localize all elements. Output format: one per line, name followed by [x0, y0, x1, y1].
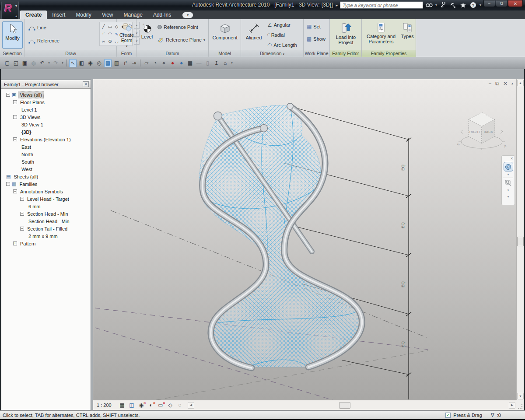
qat-dimension-icon[interactable]: — — [195, 59, 203, 67]
draw-option-line[interactable]: Line — [28, 24, 46, 31]
expander-minus-icon[interactable]: − — [20, 227, 24, 231]
tab-add-ins[interactable]: Add-Ins — [148, 10, 176, 19]
modify-button[interactable]: Modify — [2, 21, 23, 49]
qat-project-browser-icon[interactable]: ▤ — [104, 59, 112, 67]
tab-view[interactable]: View — [97, 10, 119, 19]
tree-item-2-mm-x-9-mm[interactable]: 2 mm x 9 mm — [2, 232, 90, 240]
wheel-caret-icon[interactable]: ▾ — [508, 173, 509, 176]
close-button[interactable]: ✕ — [508, 0, 523, 7]
panel-label-form[interactable]: Form — [117, 50, 136, 57]
reveal-hidden-elements-icon[interactable]: ◌ — [176, 402, 183, 408]
tab-overflow-icon[interactable]: ▾ — [182, 12, 193, 18]
panel-label-model[interactable]: Model — [209, 50, 241, 57]
tab-create[interactable]: Create — [20, 10, 47, 19]
panel-label-family-properties[interactable]: Family Properties — [362, 50, 416, 57]
expander-minus-icon[interactable]: − — [13, 115, 17, 119]
navbar-close-icon[interactable]: ✕ — [510, 157, 513, 161]
tree-item-families[interactable]: −▦Families — [2, 180, 90, 188]
panel-label-work-plane[interactable]: Work Plane — [304, 50, 329, 57]
set-work-plane-button[interactable]: ▦ Set — [307, 24, 321, 30]
expander-minus-icon[interactable]: − — [6, 182, 10, 186]
search-input[interactable] — [340, 1, 423, 9]
draw-rectangle-icon[interactable]: ▭ — [107, 23, 113, 30]
navbar-more-icon[interactable]: ▾ — [508, 195, 509, 199]
search-caret-icon[interactable]: ▾ — [435, 3, 437, 7]
communication-center-icon[interactable] — [449, 2, 457, 9]
help-icon[interactable]: ? — [469, 2, 477, 9]
tree-item-level-head-target[interactable]: −Level Head - Target — [2, 195, 90, 203]
tree-item-south[interactable]: South — [2, 158, 90, 165]
qat-align-icon[interactable]: ⇥ — [130, 59, 138, 67]
radial-button[interactable]: ◜ Radial — [267, 32, 285, 38]
project-browser-close-button[interactable]: ✕ — [83, 81, 89, 87]
draw-tangent-arc-icon[interactable]: ∾ — [100, 38, 107, 45]
sun-path-icon[interactable]: ◉✕ — [138, 402, 145, 408]
minimize-button[interactable]: − — [483, 0, 495, 7]
minimize-view-icon[interactable]: − — [488, 81, 491, 86]
crop-view-icon[interactable]: ▭✕ — [157, 402, 164, 408]
application-menu-button[interactable]: R ▾ ▴ — [1, 1, 19, 19]
horizontal-scroll-thumb[interactable] — [339, 402, 350, 409]
qat-qat-overflow-caret-icon[interactable]: ▾ — [230, 59, 234, 67]
qat-redo-caret-icon[interactable]: ▾ — [61, 59, 64, 67]
create-form-button[interactable]: Create Form ▾ — [118, 21, 136, 49]
qat-level-icon[interactable]: ◔ — [151, 59, 159, 67]
infocenter-expander[interactable]: ▸ — [336, 3, 338, 7]
tree-item-section-tail-filled[interactable]: −Section Tail - Filled — [2, 225, 90, 232]
qat-model-line-icon[interactable]: ▱ — [143, 59, 150, 67]
draw-center-ends-arc-icon[interactable]: ◠ — [107, 30, 113, 38]
expander-minus-icon[interactable]: − — [13, 137, 17, 141]
tree-item-annotation-symbols[interactable]: −Annotation Symbols — [2, 188, 90, 195]
search-icon[interactable] — [425, 2, 433, 9]
help-caret-icon[interactable]: ▾ — [480, 3, 481, 7]
aligned-button[interactable]: Aligned — [243, 21, 264, 49]
tab-manage[interactable]: Manage — [119, 10, 148, 19]
expander-minus-icon[interactable]: − — [6, 93, 10, 97]
qat-visibility-graphics-icon[interactable]: ◎ — [95, 59, 103, 67]
tree-item-3d[interactable]: {3D} — [2, 128, 90, 136]
tab-modify[interactable]: Modify — [70, 10, 96, 19]
tree-item-level-1[interactable]: Level 1 — [2, 106, 90, 113]
view-menu-caret-icon[interactable]: ▴ — [511, 81, 513, 86]
qat-section-icon[interactable]: ▯ — [204, 59, 211, 67]
scroll-left-arrow[interactable]: ◀ — [188, 402, 194, 409]
tree-item-north[interactable]: North — [2, 150, 90, 158]
panel-label-datum[interactable]: Datum — [136, 50, 208, 57]
qat-reference-point-icon[interactable]: ⋄ — [160, 59, 168, 67]
qat-undo-caret-icon[interactable]: ▾ — [47, 59, 51, 67]
angular-button[interactable]: ∠ Angular — [267, 22, 290, 28]
qat-modify-pointer-icon[interactable]: ↖ — [69, 59, 77, 67]
qat-new-file-icon[interactable]: ▢ — [4, 59, 11, 67]
drawing-area[interactable]: EQ EQ EQ EQ — [93, 79, 524, 410]
qat-publish-icon[interactable]: ◍ — [30, 59, 37, 67]
steering-wheel-button[interactable] — [504, 162, 513, 172]
tree-item-sheets-all[interactable]: ▤Sheets (all) — [2, 173, 90, 180]
tab-insert[interactable]: Insert — [47, 10, 70, 19]
tree-item-views-all[interactable]: −▣Views (all) — [2, 91, 90, 98]
tree-item-west[interactable]: West — [2, 165, 90, 173]
qat-red-marker-icon[interactable]: ● — [169, 59, 176, 67]
subscription-key-icon[interactable] — [439, 2, 447, 9]
reference-point-button[interactable]: Reference Point — [158, 24, 198, 30]
press-drag-checkbox[interactable]: ✓ — [445, 413, 451, 418]
scroll-up-arrow[interactable]: ▲ — [517, 80, 524, 86]
zoom-button[interactable] — [504, 179, 513, 187]
shadows-icon[interactable]: ◐✕ — [147, 402, 154, 408]
tree-item-pattern[interactable]: +Pattern — [2, 240, 90, 247]
vertical-scroll-thumb[interactable] — [517, 237, 524, 246]
qat-default-3d-view-icon[interactable]: ◧ — [78, 59, 85, 67]
qat-load-family-icon[interactable]: ↥ — [213, 59, 220, 67]
qat-redo-icon[interactable]: ↷ — [52, 59, 60, 67]
horizontal-scrollbar[interactable] — [195, 402, 508, 409]
detail-level-icon[interactable]: ▦ — [119, 402, 126, 408]
tree-item-section-head-min[interactable]: −Section Head - Min — [2, 210, 90, 217]
tree-item-3d-view-1[interactable]: 3D View 1 — [2, 121, 90, 128]
ribbon-toggle-icon[interactable]: ▴ — [15, 14, 17, 18]
tree-item-floor-plans[interactable]: −Floor Plans — [2, 98, 90, 106]
show-work-plane-button[interactable]: ▩ Show — [307, 36, 326, 42]
panel-label-family-editor[interactable]: Family Editor — [330, 50, 361, 57]
draw-ellipse-icon[interactable]: ⊙ — [107, 38, 113, 45]
scale-button[interactable]: 1 : 200 — [97, 402, 116, 408]
qat-tag-icon[interactable]: ↱ — [122, 59, 129, 67]
close-view-icon[interactable]: ✕ — [503, 81, 508, 86]
